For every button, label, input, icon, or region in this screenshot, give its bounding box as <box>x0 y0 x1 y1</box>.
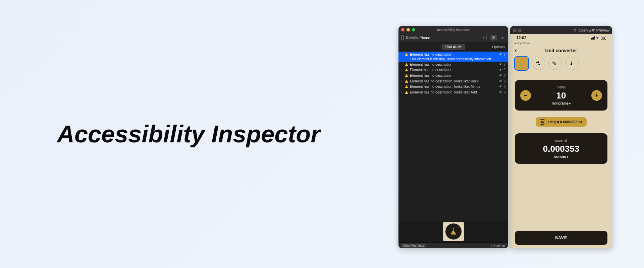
issue-row[interactable]: › Element has no description 👁? <box>398 67 508 73</box>
warning-icon <box>405 63 408 66</box>
warning-icon <box>405 91 408 94</box>
imperial-card: imperial 0.000353 ounces <box>515 133 607 164</box>
warning-icon <box>405 85 408 88</box>
disclosure-closed-icon[interactable]: › <box>400 79 403 83</box>
issue-title: Element has no description <box>410 52 497 57</box>
tab-temperature[interactable]: 🌡 <box>565 57 579 70</box>
help-icon[interactable]: ? <box>503 68 505 72</box>
issue-title: Element has no description, looks like: … <box>410 79 497 84</box>
inspector-status-bar: Clear Warnings 7 warnings <box>398 242 508 248</box>
phone-preview-window: ✕ ✕ ⇪ Open with Preview 12:02 ᯤ 86 ◂ App… <box>510 26 612 248</box>
inspector-window: Accessibility Inspector Raitis's iPhone … <box>398 26 508 248</box>
issue-row[interactable]: › Element has no description 👁? <box>398 73 508 78</box>
inspector-action-bar: Run Audit Options <box>398 42 508 52</box>
screen-title: Unit converter <box>510 48 612 53</box>
conversion-rate: 1 mg = 0.0000353 oz <box>547 120 582 124</box>
device-name[interactable]: Raitis's iPhone <box>406 36 480 40</box>
imperial-label: imperial <box>521 139 601 142</box>
eye-icon[interactable]: 👁 <box>499 84 502 89</box>
issue-row-selected[interactable]: ⌄ Element has no description This elemen… <box>398 52 508 62</box>
metric-value: 10 <box>521 90 601 101</box>
warning-icon <box>405 80 408 83</box>
tab-volume[interactable]: ⚗ <box>532 57 545 70</box>
disclosure-closed-icon[interactable]: › <box>400 85 403 89</box>
help-icon[interactable]: ? <box>503 62 505 67</box>
eye-icon[interactable]: 👁 <box>499 73 502 78</box>
options-button[interactable]: Options <box>492 45 505 49</box>
warning-icon <box>405 74 408 77</box>
help-icon[interactable]: ? <box>503 84 505 89</box>
flask-icon: ⚗ <box>535 60 541 66</box>
issue-row[interactable]: › Element has no description, looks like… <box>398 78 508 84</box>
warning-icon <box>405 68 408 71</box>
issue-title: Element has no description <box>410 62 497 67</box>
open-with-preview-button[interactable]: Open with Preview <box>579 28 609 32</box>
disclosure-closed-icon[interactable]: › <box>400 63 403 67</box>
eye-icon[interactable]: 👁 <box>499 90 502 94</box>
signal-icon <box>591 36 595 40</box>
help-icon[interactable]: ? <box>503 52 505 57</box>
increment-button[interactable]: + <box>591 90 602 101</box>
thermometer-icon: 🌡 <box>569 60 575 66</box>
issue-title: Element has no description, looks like: … <box>410 84 497 89</box>
help-icon[interactable]: ? <box>503 90 505 94</box>
device-icon <box>401 36 404 40</box>
element-preview <box>398 221 508 242</box>
wifi-icon: ᯤ <box>596 36 600 40</box>
disclosure-closed-icon[interactable]: › <box>400 68 403 72</box>
eye-icon[interactable]: 👁 <box>499 52 502 57</box>
disclosure-open-icon[interactable]: ⌄ <box>400 53 403 57</box>
pencil-icon: ✎ <box>552 60 558 66</box>
inspector-title: Accessibility Inspector <box>398 28 508 32</box>
disclosure-closed-icon[interactable]: › <box>400 90 403 94</box>
share-icon[interactable]: ⇪ <box>573 28 577 32</box>
metric-card: – metric 10 milligrams + <box>515 80 607 111</box>
issue-detail: This element is missing useful accessibi… <box>410 57 497 61</box>
decrement-button[interactable]: – <box>520 90 531 101</box>
settings-segment-icon[interactable]: ☰ <box>490 35 497 41</box>
issue-title: Element has no description <box>410 68 497 72</box>
weight-scale-icon <box>519 60 525 66</box>
warning-icon <box>405 53 408 56</box>
eye-icon[interactable]: 👁 <box>499 79 502 83</box>
close-icon[interactable]: ✕ <box>518 28 522 32</box>
imperial-value: 0.000353 <box>521 144 601 154</box>
issue-list: ⌄ Element has no description This elemen… <box>398 52 508 221</box>
page-title: Accessibility Inspector <box>57 120 320 148</box>
save-button[interactable]: SAVE <box>515 231 607 245</box>
issue-title: Element has no description, looks like: … <box>410 90 497 95</box>
issue-row[interactable]: › Element has no description, looks like… <box>398 89 508 95</box>
clear-warnWings-button[interactable]: Clear Warnings <box>401 244 426 248</box>
warning-count: 7 warnings <box>491 244 505 247</box>
back-to-app[interactable]: ◂ App Store <box>510 42 612 46</box>
inspector-titlebar: Accessibility Inspector <box>398 26 508 34</box>
phone-nav-bar: ‹ Unit converter <box>510 46 612 56</box>
help-icon[interactable]: ? <box>503 79 505 83</box>
info-icon[interactable]: ⓘ <box>482 35 488 41</box>
help-icon[interactable]: ? <box>503 73 505 78</box>
inspector-toolbar: Raitis's iPhone ⓘ ☰ ≡ <box>398 34 508 42</box>
imperial-unit[interactable]: ounces <box>521 155 601 158</box>
preview-thumbnail <box>443 222 464 241</box>
disclosure-closed-icon[interactable]: › <box>400 74 403 78</box>
tab-length[interactable]: ✎ <box>548 57 562 70</box>
phone-status-bar: 12:02 ᯤ 86 <box>510 34 612 42</box>
close-icon[interactable]: ✕ <box>513 28 517 32</box>
issue-row[interactable]: › Element has no description 👁? <box>398 62 508 67</box>
battery-icon: 86 <box>601 36 606 40</box>
issue-title: Element has no description <box>410 73 497 78</box>
eye-icon[interactable]: 👁 <box>499 62 502 67</box>
phone-titlebar: ✕ ✕ ⇪ Open with Preview <box>510 26 612 34</box>
metric-unit[interactable]: milligrams <box>521 102 601 105</box>
run-audit-button[interactable]: Run Audit <box>441 44 466 50</box>
tab-weight[interactable] <box>515 57 528 70</box>
list-icon[interactable]: ≡ <box>499 35 505 41</box>
phone-screen: 12:02 ᯤ 86 ◂ App Store ‹ Unit converter … <box>510 34 612 248</box>
issue-row[interactable]: › Element has no description, looks like… <box>398 84 508 89</box>
clock: 12:02 <box>516 36 527 40</box>
swap-chip[interactable]: ⇆ 1 mg = 0.0000353 oz <box>536 117 586 127</box>
swap-icon: ⇆ <box>540 119 545 125</box>
eye-icon[interactable]: 👁 <box>499 68 502 72</box>
category-tabs: ⚗ ✎ 🌡 <box>510 56 612 73</box>
metric-label: metric <box>521 85 601 89</box>
